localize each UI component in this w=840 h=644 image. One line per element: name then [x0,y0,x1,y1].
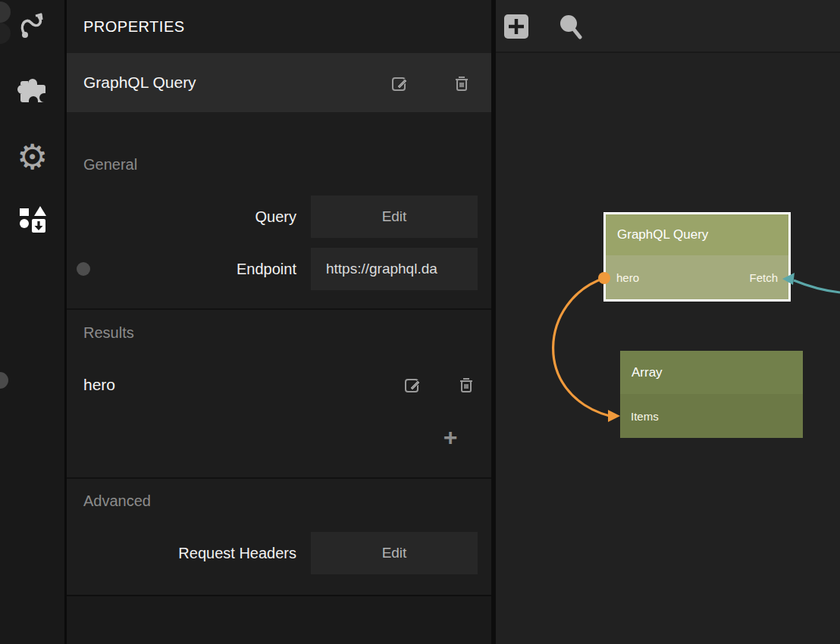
request-headers-edit-button[interactable]: Edit [311,532,478,574]
selected-node-name: GraphQL Query [83,53,196,112]
endpoint-row: Endpoint https://graphql.da [67,248,491,290]
node-graphql-query[interactable]: GraphQL Query hero Fetch [603,212,791,302]
node-title[interactable]: GraphQL Query [606,214,788,255]
section-label-advanced: Advanced [83,492,151,510]
endpoint-input[interactable]: https://graphql.da [311,248,478,290]
request-headers-row: Request Headers Edit [67,532,491,574]
request-headers-edit-button-label: Edit [311,532,478,574]
delete-result-icon[interactable] [456,375,476,395]
divider [67,308,491,310]
plugins-icon[interactable] [13,73,52,113]
request-headers-label: Request Headers [67,532,296,574]
port-fetch[interactable]: Fetch [749,271,778,284]
node-graph-icon[interactable] [13,7,52,46]
rename-node-icon[interactable] [390,73,410,93]
edit-result-icon[interactable] [403,375,423,395]
panel-collapse-handle[interactable] [0,372,8,389]
add-result-button[interactable]: + [437,424,463,450]
app-window: ⚙ PROPERTIES GraphQL Query [0,0,840,644]
result-item-row[interactable]: hero [67,371,491,399]
canvas-toolbar [496,0,840,53]
endpoint-label: Endpoint [67,248,296,290]
query-label: Query [67,195,296,238]
connection-wires [496,0,840,644]
query-row: Query Edit [67,195,491,238]
edge-notch [0,23,11,44]
section-label-results: Results [83,324,134,342]
panel-footer-area [67,596,491,644]
node-title[interactable]: Array [620,351,803,394]
sidebar: ⚙ [0,0,67,644]
query-edit-button-label: Edit [311,195,478,238]
wire-hero-to-items[interactable] [553,278,610,416]
gear-glyph: ⚙ [17,139,48,174]
properties-panel: PROPERTIES GraphQL Query General [67,0,491,644]
add-node-icon[interactable] [502,12,531,41]
port-items[interactable]: Items [631,410,659,423]
wire-fetch-incoming[interactable] [794,280,840,292]
endpoint-value: https://graphql.da [311,248,478,290]
settings-gear-icon[interactable]: ⚙ [13,137,52,177]
node-array[interactable]: Array Items [620,351,803,438]
node-canvas[interactable]: GraphQL Query hero Fetch Array Items [496,0,840,644]
section-label-general: General [83,156,137,174]
selected-node-row[interactable]: GraphQL Query [67,53,491,112]
port-hero[interactable]: hero [616,271,639,284]
divider [67,477,491,479]
panel-title: PROPERTIES [67,0,491,53]
delete-node-icon[interactable] [452,73,472,93]
edge-notch [0,2,11,23]
components-icon[interactable] [13,200,52,239]
search-icon[interactable] [556,12,585,41]
query-edit-button[interactable]: Edit [311,195,478,238]
result-item-name: hero [83,371,115,399]
wire-hero-arrowhead [608,410,620,422]
